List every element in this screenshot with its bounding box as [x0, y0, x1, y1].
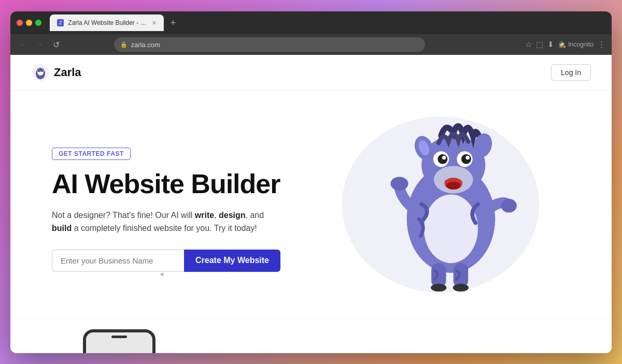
logo-text: Zarla — [54, 66, 81, 79]
desc-text-1: Not a designer? That's fine! Our AI will — [52, 211, 195, 220]
incognito-label: Incognito — [568, 41, 593, 48]
desc-bold-build: build — [52, 224, 72, 232]
toolbar-actions: ☆ ⬚ ⬇ 🕵 Incognito ⋮ — [525, 40, 605, 49]
tab-bar: Z Zarla AI Website Builder - Cr... ✕ + — [50, 14, 605, 31]
tab-title: Zarla AI Website Builder - Cr... — [68, 19, 148, 26]
svg-point-17 — [465, 156, 470, 160]
logo-icon — [31, 63, 50, 82]
address-text: zarla.com — [131, 41, 160, 49]
browser-titlebar: Z Zarla AI Website Builder - Cr... ✕ + — [10, 11, 612, 34]
traffic-light-maximize[interactable] — [35, 20, 41, 26]
traffic-light-minimize[interactable] — [26, 20, 32, 26]
incognito-icon: 🕵 — [558, 41, 566, 48]
desc-comma-1: , — [214, 211, 219, 220]
desc-text-2: , and — [246, 211, 264, 220]
incognito-badge: 🕵 Incognito — [558, 41, 593, 48]
website-content: Zarla Log In GET STARTED FAST AI Website… — [10, 55, 612, 353]
menu-icon[interactable]: ⋮ — [598, 40, 605, 49]
reload-button[interactable]: ↺ — [50, 38, 62, 51]
hero-badge: GET STARTED FAST — [52, 148, 131, 160]
svg-point-16 — [442, 156, 446, 160]
svg-point-14 — [437, 154, 447, 164]
active-tab[interactable]: Z Zarla AI Website Builder - Cr... ✕ — [50, 14, 164, 31]
desc-text-3: a completely finished website for you. T… — [72, 224, 257, 232]
phone-mockup — [83, 329, 156, 353]
hero-title: AI Website Builder — [52, 169, 311, 199]
phone-notch — [111, 336, 127, 338]
tab-close-btn[interactable]: ✕ — [152, 20, 157, 26]
hero-section: GET STARTED FAST AI Website Builder Not … — [10, 91, 612, 318]
bookmark-icon[interactable]: ☆ — [525, 40, 532, 49]
traffic-lights — [17, 20, 41, 26]
tab-favicon: Z — [57, 19, 64, 26]
logo-area: Zarla — [31, 63, 81, 82]
svg-point-5 — [38, 68, 43, 71]
back-button[interactable]: ← — [17, 38, 29, 51]
browser-window: Z Zarla AI Website Builder - Cr... ✕ + ←… — [10, 11, 612, 353]
lock-icon: 🔒 — [120, 41, 128, 48]
svg-point-29 — [453, 284, 469, 292]
svg-point-20 — [446, 182, 460, 190]
svg-point-28 — [431, 284, 446, 292]
desc-bold-write: write — [195, 211, 214, 220]
share-icon[interactable]: ⬚ — [536, 40, 543, 49]
address-bar[interactable]: 🔒 zarla.com — [114, 37, 425, 52]
zebra-mascot — [373, 106, 529, 293]
traffic-light-close[interactable] — [17, 20, 23, 26]
new-tab-button[interactable]: + — [166, 16, 180, 30]
svg-point-7 — [424, 195, 478, 264]
forward-button[interactable]: → — [33, 38, 46, 51]
business-name-input[interactable] — [52, 250, 184, 272]
svg-point-25 — [501, 199, 517, 213]
desc-bold-design: design — [219, 211, 246, 220]
cta-row: Create My Website — [52, 250, 311, 272]
dot-3 — [161, 273, 164, 276]
svg-point-15 — [461, 154, 471, 164]
site-header: Zarla Log In — [10, 55, 612, 91]
hero-left: GET STARTED FAST AI Website Builder Not … — [52, 148, 311, 271]
svg-point-24 — [390, 177, 408, 191]
browser-toolbar: ← → ↺ 🔒 zarla.com ☆ ⬚ ⬇ 🕵 Incognito ⋮ — [10, 34, 612, 55]
bottom-section: EDIT AND GO LIVE Make changes anytime — [10, 318, 612, 353]
create-website-button[interactable]: Create My Website — [184, 250, 280, 272]
download-icon[interactable]: ⬇ — [547, 40, 554, 49]
hero-right — [311, 111, 549, 308]
hero-description: Not a designer? That's fine! Our AI will… — [52, 209, 270, 235]
login-button[interactable]: Log In — [551, 64, 591, 81]
